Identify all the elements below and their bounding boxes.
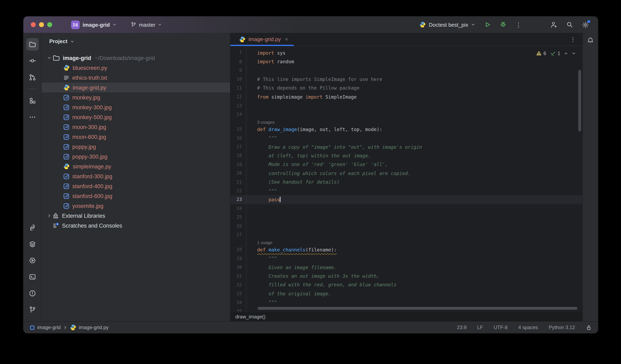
status-item-interpreter[interactable]: Python 3.12 (549, 325, 575, 330)
tree-row[interactable]: poppy-300.jpg (41, 152, 230, 161)
code-line-17[interactable]: 17 Draw a copy of "image" into "out", wi… (230, 142, 582, 151)
chevron-right-icon[interactable] (46, 214, 52, 218)
code-line-27[interactable]: 27 (230, 230, 582, 239)
tree-row[interactable]: ethics-truth.txt (41, 73, 230, 83)
toolwindow-more-tool-windows-button[interactable] (26, 111, 38, 123)
settings-button[interactable] (582, 21, 589, 28)
status-item-caret-position[interactable]: 23:9 (457, 325, 466, 330)
breadcrumb-function[interactable]: draw_image() (235, 314, 266, 319)
search-button[interactable] (566, 21, 573, 28)
tree-row[interactable]: poppy.jpg (41, 142, 230, 152)
status-item-indent[interactable]: 4 spaces (518, 325, 538, 330)
notifications-bell-icon[interactable] (587, 37, 594, 44)
tree-row[interactable]: Scratches and Consoles (41, 221, 230, 230)
toolwindow-project-button[interactable] (26, 38, 38, 51)
tree-row[interactable]: moon-600.jpg (41, 132, 230, 142)
run-configuration[interactable]: Doctest best_pix (419, 21, 475, 28)
token: import (257, 59, 274, 65)
project-panel-header[interactable]: Project (41, 33, 230, 44)
inspections-widget[interactable]: 6 1 (536, 50, 576, 56)
status-item-line-ending[interactable]: LF (477, 325, 483, 330)
code-line-14[interactable]: 14 (230, 110, 582, 119)
tree-row[interactable]: External Libraries (41, 211, 230, 221)
code-line-11[interactable]: 11# This depends on the Pillow package (230, 84, 582, 92)
code-line-18[interactable]: 18 at (left, top) within the out image. (230, 151, 582, 160)
toolwindow-pull-requests-button[interactable] (26, 71, 38, 83)
toolwindow-python-packages-button[interactable] (26, 222, 38, 234)
code-line-8[interactable]: 8import random (230, 57, 582, 66)
toolwindow-problems-button[interactable] (26, 287, 38, 299)
chevron-down-icon[interactable] (46, 56, 52, 60)
tree-row[interactable]: simpleimage.py (41, 161, 230, 171)
code-line-20[interactable]: 20 controlling which colors of each pixe… (230, 169, 582, 178)
code-line-9[interactable]: 9 (230, 66, 582, 75)
editor-area: image-grid.py × ⋮ 7import sys8import ran… (230, 33, 582, 321)
lock-open-icon[interactable] (586, 324, 592, 330)
passed-group[interactable]: 1 (550, 50, 560, 56)
tree-row[interactable]: stanford-300.jpg (41, 171, 230, 181)
branch-widget[interactable]: master (131, 22, 162, 28)
toolwindow-version-control-button[interactable] (26, 304, 38, 316)
tree-row[interactable]: stanford-400.jpg (41, 181, 230, 191)
editor-tab[interactable]: image-grid.py × (230, 33, 294, 46)
tree-row[interactable]: stanford-600.jpg (41, 191, 230, 201)
project-widget[interactable]: IG image-grid (71, 20, 117, 29)
toolwindow-commit-button[interactable] (26, 55, 38, 67)
code-line-19[interactable]: 19 Mode is one of 'red' 'green' 'blue' '… (230, 160, 582, 169)
tree-row[interactable]: image-grid~/Downloads/image-grid (41, 53, 230, 63)
debug-button[interactable] (500, 21, 506, 28)
tree-row[interactable]: monkey-300.jpg (41, 102, 230, 112)
toolwindow-terminal-button[interactable] (26, 271, 38, 283)
text-file-icon (63, 75, 69, 81)
tree-row[interactable]: monkey.jpg (41, 92, 230, 102)
code-line-10[interactable]: 10# This line imports SimpleImage for us… (230, 75, 582, 84)
code-line-21[interactable]: 21 (See handout for details) (230, 178, 582, 187)
code-line-12[interactable]: 12from simpleimage import SimpleImage (230, 92, 582, 101)
zoom-button[interactable] (47, 22, 52, 27)
code-line-7[interactable]: 7import sys (230, 49, 582, 57)
code-line-30[interactable]: 30 Given an image filename. (230, 263, 582, 272)
toolwindow-structure-button[interactable] (26, 94, 38, 107)
code-line-33[interactable]: 33 of the original image. (230, 289, 582, 298)
code-line-13[interactable]: 13 (230, 101, 582, 110)
tab-options-button[interactable]: ⋮ (570, 36, 582, 43)
next-issue-button[interactable] (572, 51, 576, 55)
close-button[interactable] (31, 22, 36, 27)
usages-hint[interactable]: 3 usages (257, 119, 275, 124)
code-line-31[interactable]: 31 Creates an out image with 3x the widt… (230, 272, 582, 281)
status-file[interactable]: image-grid.py (79, 325, 108, 330)
prev-issue-button[interactable] (564, 51, 568, 55)
tree-row[interactable]: moon-300.jpg (41, 122, 230, 132)
token: import (305, 94, 322, 100)
tree-file-label: yosemite.jpg (72, 203, 104, 209)
tree-row[interactable]: image-grid.py (41, 83, 230, 92)
code-line-32[interactable]: 32 filled with the red, green, and blue … (230, 281, 582, 289)
code-line-24[interactable]: 24 (230, 204, 582, 213)
status-project[interactable]: image-grid (37, 325, 61, 330)
horizontal-scrollbar[interactable] (258, 307, 577, 310)
close-tab-icon[interactable]: × (285, 36, 288, 42)
vertical-scrollbar[interactable] (578, 70, 581, 131)
more-actions-button[interactable]: ⋮ (516, 22, 522, 28)
code-line-25[interactable]: 25 (230, 213, 582, 222)
toolwindow-python-console-button[interactable] (26, 238, 38, 250)
code-line-34[interactable]: 34 """ (230, 298, 582, 307)
toolwindow-services-button[interactable] (26, 254, 38, 267)
code-line-23[interactable]: 23 pass (230, 195, 582, 204)
code-line-26[interactable]: 26 (230, 222, 582, 230)
code-line-15[interactable]: 15def draw_image(image, out, left, top, … (230, 125, 582, 134)
code-editor[interactable]: 7import sys8import random910# This line … (230, 46, 582, 312)
add-user-button[interactable] (550, 21, 557, 28)
tree-row[interactable]: yosemite.jpg (41, 201, 230, 211)
code-line-16[interactable]: 16 """ (230, 134, 582, 142)
usages-hint[interactable]: 1 usage (257, 240, 273, 245)
tree-row[interactable]: monkey-500.jpg (41, 112, 230, 122)
code-line-22[interactable]: 22 """ (230, 187, 582, 195)
run-button[interactable] (484, 21, 491, 28)
status-item-encoding[interactable]: UTF-8 (494, 325, 508, 330)
code-line-28[interactable]: 28def make_channels(filename): (230, 245, 582, 254)
warnings-group[interactable]: 6 (536, 50, 546, 56)
minimize-button[interactable] (39, 22, 44, 27)
code-line-29[interactable]: 29 """ (230, 254, 582, 263)
tree-row[interactable]: bluescreen.py (41, 63, 230, 73)
